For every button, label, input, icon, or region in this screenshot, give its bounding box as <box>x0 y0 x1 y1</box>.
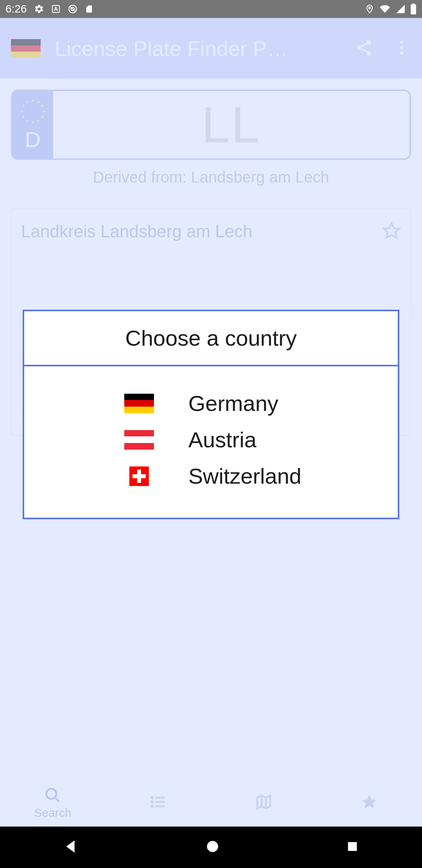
svg-point-21 <box>21 110 23 112</box>
app-bar-actions <box>355 38 411 59</box>
austria-flag-icon <box>124 430 154 450</box>
svg-point-12 <box>32 99 34 101</box>
svg-point-37 <box>207 841 218 852</box>
svg-point-18 <box>32 121 34 123</box>
svg-point-32 <box>152 805 153 807</box>
license-plate: D LL <box>11 90 411 160</box>
svg-point-9 <box>400 41 403 44</box>
svg-marker-36 <box>362 795 377 809</box>
eu-stars-icon <box>19 98 46 125</box>
svg-marker-33 <box>257 796 270 809</box>
country-picker-dialog: Choose a country Germany Austria Switzer… <box>23 310 399 519</box>
recent-apps-button[interactable] <box>346 840 359 855</box>
svg-point-8 <box>367 51 371 56</box>
app-title: License Plate Finder P… <box>55 36 341 61</box>
status-bar: 6:26 <box>0 0 422 18</box>
bottom-nav: Search <box>0 780 422 827</box>
svg-marker-24 <box>384 223 399 238</box>
germany-flag-icon <box>124 394 154 413</box>
plate-eu-band: D <box>13 91 53 158</box>
svg-rect-4 <box>411 4 416 14</box>
svg-point-15 <box>43 110 45 112</box>
derived-from-text: Derived from: Landsberg am Lech <box>11 169 411 186</box>
a-box-icon <box>51 4 61 14</box>
svg-point-6 <box>367 40 371 45</box>
status-bar-right <box>365 4 417 14</box>
svg-point-20 <box>23 116 25 118</box>
system-nav-bar <box>0 827 422 868</box>
cell-signal-icon <box>395 4 406 14</box>
location-icon <box>365 4 374 14</box>
back-button[interactable] <box>63 838 79 856</box>
nav-search[interactable]: Search <box>0 780 106 827</box>
svg-point-23 <box>27 101 29 103</box>
app-bar: License Plate Finder P… <box>0 18 422 79</box>
map-icon <box>255 793 272 811</box>
country-option-austria[interactable]: Austria <box>24 421 398 458</box>
svg-point-22 <box>23 105 25 107</box>
status-bar-left: 6:26 <box>5 3 93 15</box>
plate-code-input[interactable]: LL <box>53 91 409 158</box>
country-option-germany[interactable]: Germany <box>24 385 398 421</box>
germany-flag-icon <box>11 39 41 58</box>
svg-rect-5 <box>412 4 415 5</box>
switzerland-flag-icon <box>129 466 149 486</box>
result-card-title: Landkreis Landsberg am Lech <box>21 222 252 241</box>
svg-point-11 <box>400 52 403 55</box>
gear-icon <box>34 4 44 14</box>
dialog-header: Choose a country <box>24 311 398 366</box>
share-button[interactable] <box>355 38 374 59</box>
country-name: Switzerland <box>188 463 301 489</box>
svg-point-7 <box>357 45 362 50</box>
svg-point-16 <box>41 116 43 118</box>
dnd-icon <box>68 4 78 14</box>
svg-point-25 <box>46 789 57 799</box>
nav-favorites[interactable] <box>316 780 422 827</box>
more-menu-button[interactable] <box>392 38 411 59</box>
sd-card-icon <box>85 4 93 14</box>
star-icon <box>361 793 378 811</box>
list-icon <box>150 793 167 811</box>
dialog-body: Germany Austria Switzerland <box>24 366 398 518</box>
favorite-button[interactable] <box>382 221 401 242</box>
search-icon <box>44 787 61 804</box>
svg-rect-38 <box>348 842 357 851</box>
svg-point-30 <box>152 797 153 798</box>
svg-point-3 <box>369 7 371 9</box>
svg-point-13 <box>38 101 39 103</box>
wifi-icon <box>379 4 391 14</box>
nav-label: Search <box>34 806 71 820</box>
country-name: Austria <box>188 427 256 452</box>
svg-point-14 <box>41 105 43 107</box>
country-option-switzerland[interactable]: Switzerland <box>24 458 398 494</box>
country-name: Germany <box>188 391 278 416</box>
nav-map[interactable] <box>211 780 316 827</box>
svg-point-17 <box>38 120 39 122</box>
battery-icon <box>410 4 417 14</box>
home-button[interactable] <box>205 839 220 855</box>
nav-list[interactable] <box>106 780 211 827</box>
svg-point-19 <box>27 120 29 122</box>
svg-point-31 <box>152 801 153 803</box>
svg-point-10 <box>400 46 403 49</box>
dialog-title: Choose a country <box>24 325 398 351</box>
plate-country-letter: D <box>25 127 41 152</box>
svg-line-26 <box>55 798 59 802</box>
status-time: 6:26 <box>5 3 27 15</box>
